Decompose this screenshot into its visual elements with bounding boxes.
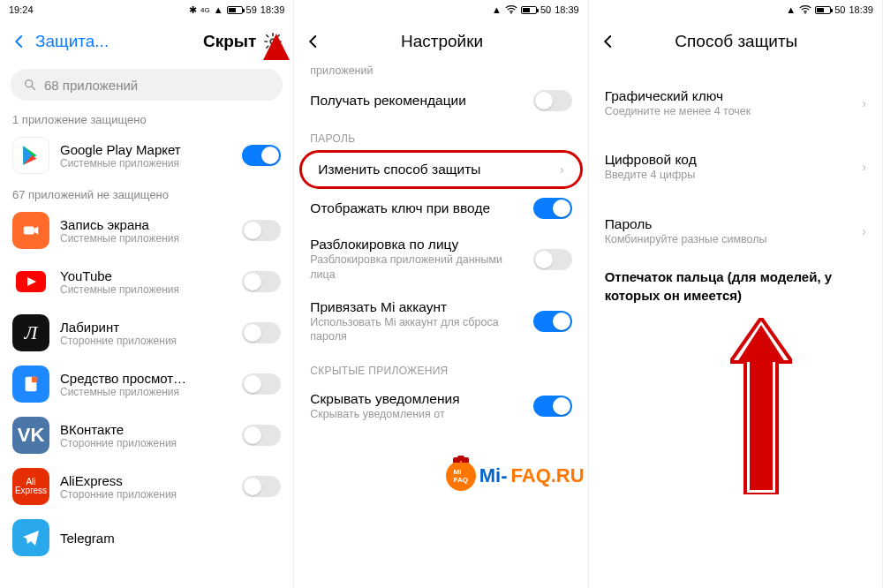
toggle[interactable] [242,322,281,343]
screen-app-lock: 19:24 ✱ 4G ▲ 59 18:39 Защита... Скрыт 68… [0,0,294,588]
row-recommend[interactable]: Получать рекомендации [294,81,587,120]
recorder-icon [12,212,49,249]
page-title: Настройки [329,32,554,51]
row-pin[interactable]: Цифровой код Введите 4 цифры › [589,143,882,191]
viewer-icon [12,366,49,403]
search-placeholder: 68 приложений [44,78,138,93]
section-unprotected: 67 приложений не защищено [0,181,293,205]
toggle[interactable] [533,311,572,332]
search-icon [23,78,37,92]
battery-icon [815,6,831,14]
status-time-right: 18:39 [260,4,285,15]
svg-rect-2 [24,226,34,234]
row-mi-account[interactable]: Привязать Mi аккаунт Использовать Mi акк… [294,290,587,353]
app-label: ВКонтакте [60,422,231,437]
app-sub: Системные приложения [60,157,231,170]
toggle[interactable] [242,271,281,292]
toggle[interactable] [242,425,281,446]
app-label: YouTube [60,268,231,283]
setting-label: Привязать Mi аккаунт [310,299,524,315]
signal-icon: ▲ [214,4,223,15]
app-row-labyrinth[interactable]: Л ЛабиринтСторонние приложения [0,307,293,358]
status-right: ▲ 50 18:39 [492,4,579,15]
toggle[interactable] [242,220,281,241]
chevron-right-icon: › [560,162,564,177]
telegram-icon [12,519,49,556]
app-sub: Системные приложения [60,232,231,245]
back-icon[interactable] [305,33,322,50]
svg-rect-5 [32,377,37,382]
header: Защита... Скрыт [0,19,293,64]
page-title: Способ защиты [624,32,849,51]
tab-protect[interactable]: Защита... [35,32,109,51]
gear-icon[interactable] [263,32,283,51]
app-row-youtube[interactable]: YouTubeСистемные приложения [0,256,293,307]
battery-percent: 59 [246,4,257,15]
google-play-icon [12,137,49,174]
battery-percent: 50 [834,4,845,15]
app-label: Средство просмот… [60,371,231,386]
toggle[interactable] [533,198,572,219]
section-hidden: СКРЫТЫЕ ПРИЛОЖЕНИЯ [294,352,587,382]
annotation-arrow-note [730,318,792,494]
toggle[interactable] [242,145,281,166]
app-label: AliExpress [60,473,231,488]
setting-sublabel: Соедините не менее 4 точек [605,104,854,118]
app-label: Лабиринт [60,320,231,335]
status-right: ✱ 4G ▲ 59 18:39 [189,4,284,16]
status-time: 18:39 [555,4,579,15]
app-row-aliexpress[interactable]: AliExpress AliExpressСторонние приложени… [0,461,293,512]
svg-point-7 [804,12,806,14]
app-label: Telegram [60,531,281,546]
vk-icon: VK [12,417,49,454]
app-label: Google Play Маркет [60,142,231,157]
row-hide-notifications[interactable]: Скрывать уведомления Скрывать уведомлени… [294,382,587,430]
search-input[interactable]: 68 приложений [11,69,283,101]
lte-icon: 4G [200,6,210,14]
toggle[interactable] [242,476,281,497]
cutoff-text: приложений [294,64,587,81]
signal-icon: ▲ [786,4,796,15]
screen-settings: ▲ 50 18:39 Настройки приложений Получать… [294,0,588,588]
setting-sublabel: Введите 4 цифры [605,168,854,182]
back-icon[interactable] [600,33,617,50]
app-sub: Сторонние приложения [60,488,231,501]
app-row-telegram[interactable]: Telegram [0,512,293,563]
wifi-icon [799,5,811,14]
signal-icon: ▲ [492,4,502,15]
statusbar: 19:24 ✱ 4G ▲ 59 18:39 [0,0,293,19]
app-row-vk[interactable]: VK ВКонтактеСторонние приложения [0,410,293,461]
row-change-method[interactable]: Изменить способ защиты › [299,150,582,189]
labyrinth-icon: Л [12,314,49,351]
app-row-viewer[interactable]: Средство просмот…Системные приложения [0,358,293,410]
toggle[interactable] [242,373,281,395]
setting-sublabel: Комбинируйте разные символы [605,232,854,246]
statusbar: ▲ 50 18:39 [294,0,587,19]
app-row-google-play[interactable]: Google Play Маркет Системные приложения [0,130,293,181]
header: Настройки [294,19,587,64]
chevron-right-icon: › [862,224,866,238]
row-pattern[interactable]: Графический ключ Соедините не менее 4 то… [589,79,882,127]
setting-label: Цифровой код [605,152,854,168]
row-face-unlock[interactable]: Разблокировка по лицу Разблокировка прил… [294,228,587,290]
app-row-screen-recorder[interactable]: Запись экранаСистемные приложения [0,205,293,256]
row-password[interactable]: Пароль Комбинируйте разные символы › [589,207,882,255]
toggle[interactable] [533,90,572,111]
svg-point-6 [510,12,512,14]
status-time-left: 19:24 [9,4,34,15]
back-icon[interactable] [11,33,28,50]
toggle[interactable] [533,249,572,270]
setting-label: Скрывать уведомления [310,391,524,407]
setting-label: Получать рекомендации [310,93,524,109]
setting-sublabel: Использовать Mi аккаунт для сброса парол… [310,315,524,344]
tab-hidden[interactable]: Скрыт [203,32,256,51]
chevron-right-icon: › [862,160,866,174]
setting-label: Отображать ключ при вводе [310,200,524,216]
watermark-text-orange: FAQ.RU [511,464,585,487]
watermark: MiFAQ Mi-FAQ.RU [446,461,585,491]
aliexpress-icon: AliExpress [12,468,49,505]
toggle[interactable] [533,396,572,417]
header: Способ защиты [589,19,882,64]
setting-sublabel: Разблокировка приложений данными лица [310,253,524,282]
row-show-key[interactable]: Отображать ключ при вводе [294,189,587,228]
